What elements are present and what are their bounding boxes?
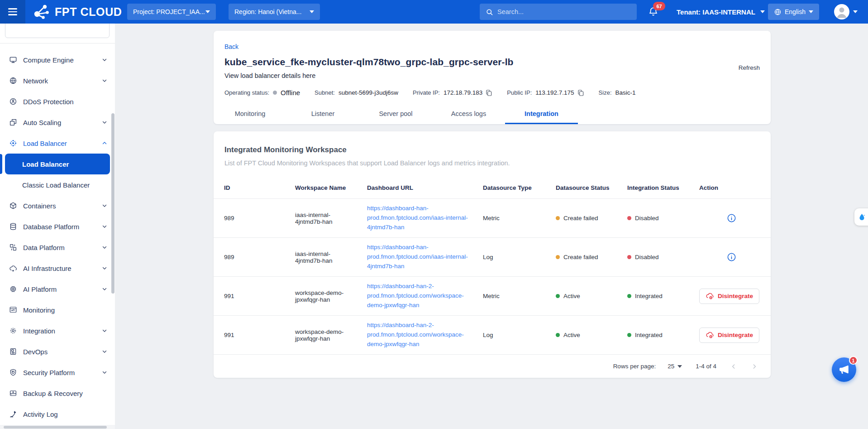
integration-status-label: Disabled: [635, 254, 659, 260]
cell-workspace-name: iaas-internal-4jntmd7b-han: [295, 212, 367, 225]
sidebar-item-devops[interactable]: DevOps: [5, 341, 110, 362]
col-datasource-type: Datasource Type: [483, 184, 556, 191]
sidebar-item-auto-scaling[interactable]: Auto Scaling: [5, 112, 110, 133]
chevron-down-icon: [102, 78, 107, 83]
hamburger-menu-button[interactable]: [0, 0, 25, 24]
database-icon: [9, 222, 17, 231]
info-icon[interactable]: [727, 213, 736, 223]
tab-monitoring[interactable]: Monitoring: [214, 104, 286, 124]
disintegrate-label: Disintegrate: [718, 293, 753, 299]
integration-status-label: Integrated: [635, 293, 663, 299]
tab-listener[interactable]: Listener: [286, 104, 359, 124]
sidebar-item-data-platform[interactable]: Data Platform: [5, 237, 110, 258]
sidebar-item-label: DevOps: [23, 348, 102, 356]
private-ip-value: 172.18.79.183: [444, 89, 482, 96]
user-menu[interactable]: [834, 4, 858, 19]
view-details-text[interactable]: View load balancer details here: [224, 72, 760, 79]
chevron-down-icon: [102, 224, 107, 229]
table-row: 991 workspace-demo-jpxwfqgr-han https://…: [214, 276, 771, 315]
tenant-label: Tenant: IAAS-INTERNAL: [677, 8, 755, 16]
fpt-cloud-logo[interactable]: FPT CLOUD: [33, 0, 122, 24]
cell-id: 991: [214, 332, 295, 338]
sidebar-item-backup-recovery[interactable]: Backup & Recovery: [5, 383, 110, 404]
integration-status-label: Integrated: [635, 332, 663, 338]
tab-access-logs[interactable]: Access logs: [432, 104, 505, 124]
sidebar-item-integration[interactable]: Integration: [5, 320, 110, 341]
sidebar-item-label: Backup & Recovery: [23, 390, 110, 397]
table-pagination: Rows per page: 25 1-4 of 4: [214, 354, 771, 378]
sidebar-item-monitoring[interactable]: Monitoring: [5, 299, 110, 320]
copy-icon[interactable]: [577, 89, 584, 96]
sidebar-item-network[interactable]: Network: [5, 70, 110, 91]
back-link[interactable]: Back: [224, 43, 238, 50]
sidebar-item-ai-infrastructure[interactable]: AI Infrastructure: [5, 258, 110, 279]
disintegrate-button[interactable]: Disintegrate: [699, 328, 759, 343]
sidebar-item-load-balancer[interactable]: Load Balancer: [5, 133, 110, 154]
cell-datasource-type: Metric: [483, 215, 556, 222]
activity-pen-icon: [9, 410, 17, 418]
sidebar-item-label: DDoS Protection: [23, 98, 110, 106]
dashboard-url-link[interactable]: https://dashboard-han-prod.fmon.fptcloud…: [367, 243, 471, 271]
copy-icon[interactable]: [485, 89, 492, 96]
disintegrate-button[interactable]: Disintegrate: [699, 289, 759, 304]
dashboard-url-link[interactable]: https://dashboard-han-prod.fmon.fptcloud…: [367, 204, 471, 232]
search-icon: [486, 8, 493, 16]
cell-workspace-name: workspace-demo-jpxwfqgr-han: [295, 328, 367, 342]
cell-workspace-name: iaas-internal-4jntmd7b-han: [295, 251, 367, 264]
sidebar-subitem-load-balancer[interactable]: Load Balancer: [5, 154, 110, 174]
sidebar-item-ai-platform[interactable]: AI Platform: [5, 279, 110, 299]
detail-tabs: Monitoring Listener Server pool Access l…: [214, 104, 771, 124]
info-icon[interactable]: [727, 252, 736, 262]
table-header-row: ID Workspace Name Dashboard URL Datasour…: [214, 177, 771, 198]
prev-page-button[interactable]: [730, 363, 737, 370]
rows-per-page-select[interactable]: 25: [668, 363, 682, 370]
tab-integration[interactable]: Integration: [505, 104, 578, 124]
dashboard-url-link[interactable]: https://dashboard-han-2-prod.fmon.fptclo…: [367, 321, 471, 349]
sidebar-item-label: Load Balancer: [23, 140, 102, 147]
sidebar-item-label: Network: [23, 77, 102, 85]
sidebar-item-label: AI Platform: [23, 285, 102, 293]
search-input[interactable]: [497, 8, 631, 15]
sidebar-item-containers[interactable]: Containers: [5, 195, 110, 216]
cell-action: [699, 252, 776, 262]
chevron-down-icon: [102, 120, 107, 125]
avatar: [834, 4, 849, 19]
region-selector[interactable]: Region: Hanoi (Vietna...: [229, 4, 320, 20]
cell-integration-status: Disabled: [627, 215, 699, 222]
support-droplet-widget[interactable]: [854, 208, 868, 226]
sidebar-search-box[interactable]: [5, 24, 110, 38]
dashboard-url-link[interactable]: https://dashboard-han-2-prod.fmon.fptclo…: [367, 282, 471, 310]
sidebar-item-activity-log[interactable]: Activity Log: [5, 404, 110, 424]
ai-cloud-icon: [9, 264, 17, 272]
global-search: [480, 4, 637, 20]
public-ip-label: Public IP:: [507, 89, 532, 96]
status-dot: [627, 216, 631, 220]
workspace-heading: Integrated Monitoring Workspace: [214, 145, 771, 154]
language-label: English: [785, 8, 806, 15]
chevron-up-icon: [102, 140, 107, 146]
sidebar-item-label: Compute Engine: [23, 56, 102, 64]
sidebar-vertical-scrollbar[interactable]: [111, 24, 114, 424]
language-selector[interactable]: English: [768, 4, 819, 20]
cloud-disintegrate-icon: [706, 292, 714, 300]
announcements-fab[interactable]: 1: [832, 357, 856, 382]
sidebar-horizontal-scrollbar[interactable]: [0, 425, 115, 429]
next-page-button[interactable]: [751, 363, 758, 370]
sidebar-item-database-platform[interactable]: Database Platform: [5, 216, 110, 237]
status-dot: [556, 294, 560, 298]
sidebar-subitem-classic-load-balancer[interactable]: Classic Load Balancer: [5, 174, 110, 195]
sidebar-item-ddos-protection[interactable]: DDoS Protection: [5, 91, 110, 112]
tenant-selector[interactable]: Tenant: IAAS-INTERNAL: [677, 0, 765, 24]
tab-server-pool[interactable]: Server pool: [359, 104, 432, 124]
sidebar-item-security-platform[interactable]: Security Platform: [5, 362, 110, 383]
refresh-button[interactable]: Refresh: [739, 64, 760, 71]
sidebar-item-compute-engine[interactable]: Compute Engine: [5, 49, 110, 70]
cell-datasource-status: Create failed: [556, 215, 627, 222]
cell-datasource-status: Active: [556, 332, 627, 338]
project-selector[interactable]: Project: PROJECT_IAA...: [127, 4, 216, 20]
sidebar-item-label: Integration: [23, 327, 102, 335]
subnet-field: Subnet: subnet-5699-j3udj6sw: [315, 89, 398, 96]
auto-scaling-icon: [9, 118, 17, 126]
size-value: Basic-1: [615, 89, 636, 96]
notification-count-badge[interactable]: 67: [653, 2, 665, 10]
